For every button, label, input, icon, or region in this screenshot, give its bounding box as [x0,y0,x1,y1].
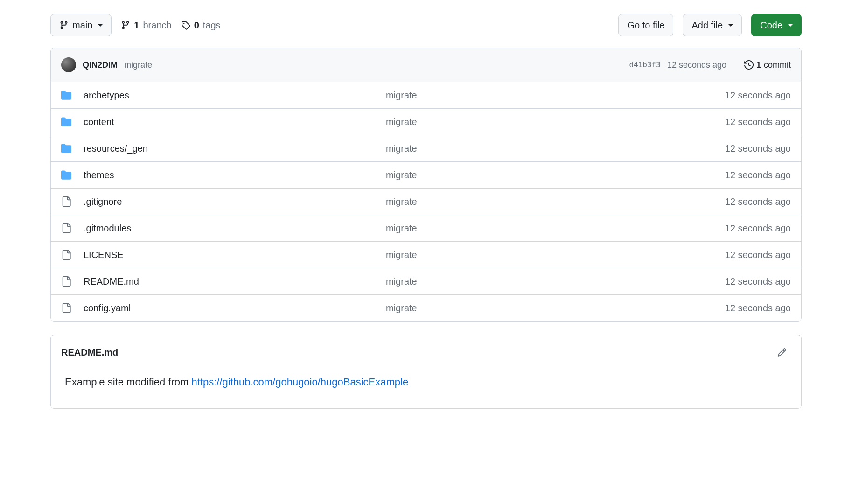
avatar[interactable] [61,57,76,72]
file-ago: 12 seconds ago [688,248,791,262]
file-list: archetypesmigrate12 seconds agocontentmi… [51,82,801,321]
commit-count: 1 [756,59,761,71]
branch-name: main [72,18,92,32]
edit-readme-button[interactable] [773,343,791,361]
file-commit-message[interactable]: migrate [386,141,688,155]
file-name[interactable]: .gitignore [84,195,386,209]
file-row: resources/_genmigrate12 seconds ago [51,135,801,161]
tag-icon [181,21,190,30]
commit-count-word: commit [764,59,791,71]
file-commit-message[interactable]: migrate [386,248,688,262]
file-row: .gitignoremigrate12 seconds ago [51,188,801,215]
tag-count-word: tags [203,18,221,32]
commit-message[interactable]: migrate [124,59,152,71]
file-name[interactable]: resources/_gen [84,141,386,155]
folder-icon [61,170,84,180]
caret-down-icon [98,24,103,27]
file-ago: 12 seconds ago [688,195,791,209]
file-commit-message[interactable]: migrate [386,221,688,235]
file-name[interactable]: LICENSE [84,248,386,262]
file-icon [61,303,84,313]
file-icon [61,223,84,233]
file-commit-message[interactable]: migrate [386,274,688,288]
folder-icon [61,90,84,100]
file-name[interactable]: themes [84,168,386,182]
caret-down-icon [728,24,733,27]
file-commit-message[interactable]: migrate [386,115,688,129]
readme-box: README.md Example site modified from htt… [50,335,802,409]
branch-count-number: 1 [134,18,139,32]
commits-link[interactable]: 1 commit [744,59,791,71]
code-button[interactable]: Code [751,14,802,36]
file-name[interactable]: archetypes [84,88,386,102]
file-commit-message[interactable]: migrate [386,168,688,182]
file-ago: 12 seconds ago [688,168,791,182]
caret-down-icon [788,24,793,27]
branches-link[interactable]: 1 branch [121,18,171,32]
branch-icon [59,21,69,30]
commit-ago[interactable]: 12 seconds ago [667,59,726,71]
file-name[interactable]: README.md [84,274,386,288]
readme-text: Example site modified from [65,376,191,388]
commit-sha[interactable]: d41b3f3 [629,59,660,70]
repo-toolbar: main 1 branch 0 tags Go to file Add file [50,14,802,36]
readme-title[interactable]: README.md [61,345,118,359]
file-ago: 12 seconds ago [688,88,791,102]
file-icon [61,250,84,260]
file-tree-box: QIN2DIM migrate d41b3f3 12 seconds ago 1… [50,48,802,322]
file-row: archetypesmigrate12 seconds ago [51,82,801,108]
pencil-icon [777,348,787,357]
file-icon [61,276,84,287]
file-row: README.mdmigrate12 seconds ago [51,268,801,294]
file-name[interactable]: .gitmodules [84,221,386,235]
branch-count-word: branch [143,18,171,32]
file-ago: 12 seconds ago [688,141,791,155]
add-file-button[interactable]: Add file [683,14,742,36]
file-row: config.yamlmigrate12 seconds ago [51,294,801,321]
file-commit-message[interactable]: migrate [386,88,688,102]
tag-count-number: 0 [194,18,199,32]
go-to-file-button[interactable]: Go to file [618,14,673,36]
file-row: LICENSEmigrate12 seconds ago [51,241,801,268]
folder-icon [61,143,84,154]
file-name[interactable]: content [84,115,386,129]
tags-link[interactable]: 0 tags [181,18,221,32]
commit-author[interactable]: QIN2DIM [83,59,118,71]
file-ago: 12 seconds ago [688,115,791,129]
file-ago: 12 seconds ago [688,301,791,315]
readme-link[interactable]: https://github.com/gohugoio/hugoBasicExa… [191,376,408,388]
file-commit-message[interactable]: migrate [386,301,688,315]
branch-icon [121,21,130,30]
file-ago: 12 seconds ago [688,274,791,288]
file-icon [61,196,84,207]
branch-select-button[interactable]: main [50,14,112,36]
file-row: themesmigrate12 seconds ago [51,161,801,188]
file-ago: 12 seconds ago [688,221,791,235]
file-row: contentmigrate12 seconds ago [51,108,801,135]
latest-commit-bar: QIN2DIM migrate d41b3f3 12 seconds ago 1… [51,48,801,82]
readme-body: Example site modified from https://githu… [51,366,801,408]
file-row: .gitmodulesmigrate12 seconds ago [51,215,801,241]
folder-icon [61,117,84,127]
file-name[interactable]: config.yaml [84,301,386,315]
file-commit-message[interactable]: migrate [386,195,688,209]
history-icon [744,60,754,70]
